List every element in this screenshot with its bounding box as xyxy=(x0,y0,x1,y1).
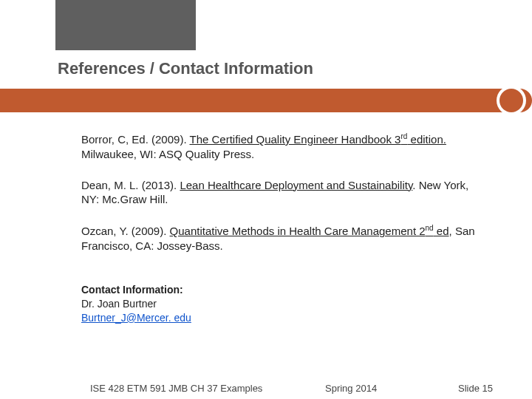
contact-heading: Contact Information: xyxy=(81,283,480,297)
footer-right: Slide 15 xyxy=(458,383,493,394)
slide: References / Contact Information Borror,… xyxy=(0,0,532,399)
title-underline-bar xyxy=(0,89,532,112)
ref-pre: Borror, C, Ed. (2009). xyxy=(81,133,189,146)
contact-block: Contact Information: Dr. Joan Burtner Bu… xyxy=(81,283,480,325)
bar-fill xyxy=(0,89,532,112)
ref-title-underline: The Certified Quality Engineer Handbook … xyxy=(189,133,446,146)
footer-mid: Spring 2014 xyxy=(325,383,377,394)
slide-title: References / Contact Information xyxy=(58,59,313,78)
ref-post: Milwaukee, WI: ASQ Quality Press. xyxy=(81,148,254,160)
reference-item: Dean, M. L. (2013). Lean Healthcare Depl… xyxy=(81,178,480,208)
contact-name: Dr. Joan Burtner xyxy=(81,297,480,311)
content-area: Borror, C, Ed. (2009). The Certified Qua… xyxy=(81,132,480,324)
ref-pre: Dean, M. L. (2013). xyxy=(81,179,180,191)
footer-left: ISE 428 ETM 591 JMB CH 37 Examples xyxy=(90,383,262,394)
ref-title-underline: Lean Healthcare Deployment and Sustainab… xyxy=(180,179,412,191)
ref-pre: Ozcan, Y. (2009). xyxy=(81,225,170,237)
contact-email-link[interactable]: Burtner_J@Mercer. edu xyxy=(81,312,191,324)
ref-title-underline: Quantitative Methods in Health Care Mana… xyxy=(170,225,449,237)
header-accent-block xyxy=(55,0,196,50)
reference-item: Borror, C, Ed. (2009). The Certified Qua… xyxy=(81,132,480,162)
reference-item: Ozcan, Y. (2009). Quantitative Methods i… xyxy=(81,223,480,253)
bar-cap-inner xyxy=(499,89,523,112)
